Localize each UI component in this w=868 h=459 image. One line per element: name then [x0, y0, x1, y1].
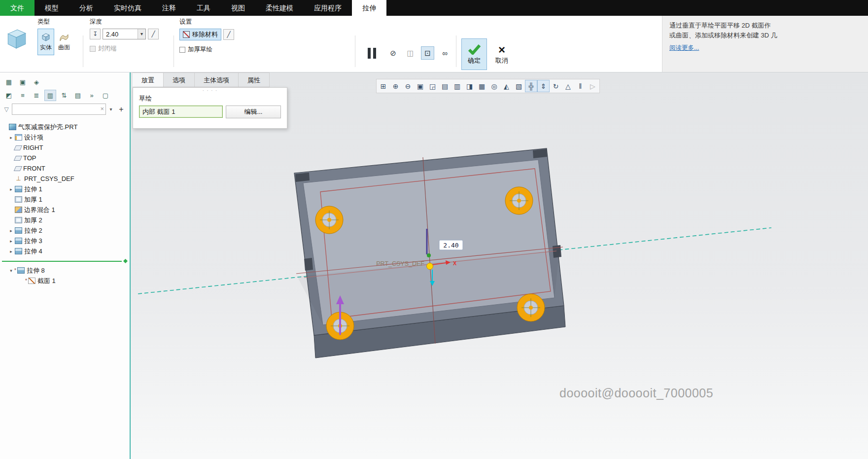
repaint-icon[interactable]: ◲: [426, 80, 439, 92]
part-model[interactable]: [294, 148, 565, 358]
zoom-window-icon[interactable]: ⊞: [377, 80, 389, 92]
tab-flexible-modeling[interactable]: 柔性建模: [255, 0, 304, 16]
tree-item-section-1[interactable]: * 截面 1: [0, 276, 130, 286]
read-more-link[interactable]: 阅读更多...: [669, 43, 699, 53]
tree-item-front-plane[interactable]: FRONT: [0, 163, 130, 174]
sketch-collector-field[interactable]: 内部 截面 1: [139, 106, 223, 118]
show-menu-icon[interactable]: ◩: [3, 90, 15, 101]
boss-bottom-right[interactable]: [517, 294, 545, 321]
tree-doc-icon[interactable]: ▢: [100, 90, 111, 101]
tree-item-extrude-1[interactable]: ▸ 拉伸 1: [0, 184, 130, 194]
shading-icon[interactable]: ▤: [439, 80, 451, 92]
expander-icon[interactable]: ▸: [8, 228, 14, 233]
folder-browser-icon[interactable]: ▣: [17, 76, 29, 88]
flip-material-side-button[interactable]: ╱: [223, 29, 234, 40]
tree-item-right-plane[interactable]: RIGHT: [0, 142, 130, 153]
detail-list-icon[interactable]: ≣: [31, 90, 42, 101]
flip-depth-direction-button[interactable]: ╱: [148, 29, 159, 39]
dragger-display-icon[interactable]: ⇕: [537, 80, 550, 92]
dash-tab-body-options[interactable]: 主体选项: [195, 72, 239, 87]
annotation-display-icon[interactable]: ▧: [513, 80, 525, 92]
tree-item-thicken-2[interactable]: 加厚 2: [0, 215, 130, 225]
tab-live-simulation[interactable]: 实时仿真: [104, 0, 152, 16]
tree-item-design-items[interactable]: ▸ 设计项: [0, 132, 130, 142]
sort-icon[interactable]: ⇅: [58, 90, 70, 101]
section-icon[interactable]: ◨: [463, 80, 476, 92]
zoom-in-icon[interactable]: ⊕: [389, 80, 402, 92]
model-tree-icon[interactable]: ▦: [3, 76, 15, 88]
chevron-down-icon[interactable]: ▾: [138, 29, 145, 39]
remove-material-button[interactable]: 移除材料: [179, 29, 221, 40]
clear-search-icon[interactable]: ×: [100, 105, 104, 113]
tab-tools[interactable]: 工具: [186, 0, 221, 16]
resume-icon[interactable]: ▷: [587, 80, 599, 92]
pause-icon[interactable]: ‖: [574, 80, 587, 92]
filter-list-icon[interactable]: ≡: [17, 90, 29, 101]
zoom-out-icon[interactable]: ⊖: [402, 80, 414, 92]
tab-model[interactable]: 模型: [35, 0, 69, 16]
graphics-area[interactable]: X PRT_CSYS_DEF 2.40 ⊞⊕⊖▣◲▤▥◨▦◎◭▧╬⇕↻△‖▷ 放…: [131, 72, 868, 459]
appearance-icon[interactable]: ▦: [476, 80, 488, 92]
tree-item-extrude-8[interactable]: ▾ * 拉伸 8: [0, 265, 130, 276]
tab-annotate[interactable]: 注释: [152, 0, 186, 16]
more-chevron-icon[interactable]: »: [86, 90, 98, 101]
tree-search-input[interactable]: [12, 104, 106, 115]
thicken-sketch-option[interactable]: 加厚草绘: [179, 45, 234, 54]
datum-display-icon[interactable]: ╬: [525, 80, 537, 92]
expander-icon[interactable]: ▾: [8, 268, 14, 273]
boss-top-right[interactable]: [505, 187, 533, 214]
add-filter-button[interactable]: +: [116, 104, 127, 115]
expander-icon[interactable]: ▸: [8, 135, 14, 140]
3d-viewport[interactable]: X PRT_CSYS_DEF 2.40: [131, 72, 868, 459]
search-dropdown-icon[interactable]: ▾: [108, 106, 114, 112]
expander-icon[interactable]: ▸: [8, 249, 14, 254]
dash-tab-options[interactable]: 选项: [164, 72, 195, 87]
tree-root-part[interactable]: 气泵减震保护壳.PRT: [0, 122, 130, 132]
table-icon[interactable]: ▤: [72, 90, 84, 101]
tree-item-extrude-4[interactable]: ▸ 拉伸 4: [0, 246, 130, 256]
tree-item-thicken-1[interactable]: 加厚 1: [0, 194, 130, 205]
refit-icon[interactable]: ▣: [414, 80, 426, 92]
pause-button[interactable]: [363, 43, 381, 63]
edit-sketch-button[interactable]: 编辑...: [226, 106, 281, 118]
expander-icon[interactable]: ▸: [8, 187, 14, 192]
cancel-button[interactable]: × 取消: [490, 38, 514, 70]
unattached-preview-icon[interactable]: ◫: [404, 46, 417, 60]
warning-icon[interactable]: △: [562, 80, 574, 92]
tab-applications[interactable]: 应用程序: [304, 0, 352, 16]
dash-tab-properties[interactable]: 属性: [239, 72, 270, 87]
tab-view[interactable]: 视图: [221, 0, 255, 16]
expander-icon[interactable]: ▸: [8, 239, 14, 244]
dash-tab-placement[interactable]: 放置: [133, 72, 164, 87]
panel-drag-handle[interactable]: · · · ·: [133, 88, 287, 93]
tree-item-extrude-3[interactable]: ▸ 拉伸 3: [0, 236, 130, 246]
no-preview-icon[interactable]: ⊘: [386, 46, 400, 60]
surface-button[interactable]: 曲面: [56, 29, 72, 55]
depth-value-combo[interactable]: 2.40 ▾: [103, 29, 146, 39]
tab-file[interactable]: 文件: [0, 0, 35, 16]
wall-notch: [304, 258, 313, 271]
depth-dimension-value[interactable]: 2.40: [443, 242, 458, 249]
tree-item-extrude-2[interactable]: ▸ 拉伸 2: [0, 225, 130, 236]
verify-glasses-icon[interactable]: ∞: [438, 46, 451, 60]
attached-preview-icon[interactable]: ⊡: [421, 46, 434, 60]
ok-button[interactable]: 确定: [461, 38, 487, 70]
tab-analysis[interactable]: 分析: [69, 0, 104, 16]
origin-handle: [427, 263, 433, 270]
solid-button[interactable]: 实体: [37, 29, 54, 55]
depth-type-button[interactable]: ↧: [90, 29, 101, 39]
display-style-icon[interactable]: ▥: [451, 80, 463, 92]
perspective-icon[interactable]: ◭: [500, 80, 513, 92]
tree-item-top-plane[interactable]: TOP: [0, 153, 130, 163]
view-manager-icon[interactable]: ◎: [488, 80, 500, 92]
tree-columns-icon[interactable]: ▥: [44, 90, 56, 101]
tree-item-csys[interactable]: PRT_CSYS_DEF: [0, 174, 130, 184]
depth-dimension[interactable]: 2.40: [439, 240, 463, 250]
spin-center-icon[interactable]: ↻: [550, 80, 562, 92]
favorites-icon[interactable]: ◈: [31, 76, 42, 88]
thicken-sketch-checkbox[interactable]: [179, 47, 185, 53]
insert-locator[interactable]: [0, 258, 130, 264]
boss-top-left[interactable]: [315, 206, 343, 234]
tab-extrude[interactable]: 拉伸: [352, 0, 386, 16]
tree-item-boundary-blend-1[interactable]: 边界混合 1: [0, 205, 130, 215]
